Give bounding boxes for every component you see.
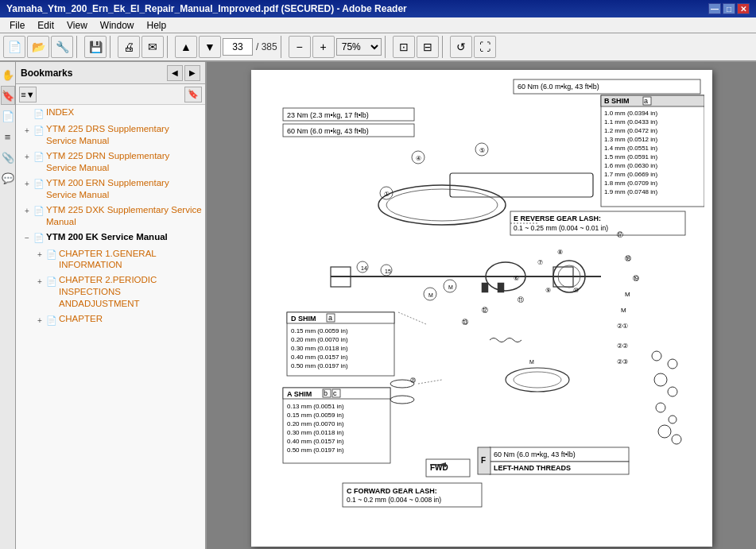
svg-text:c: c <box>333 389 337 397</box>
bookmark-label-ytm225drs: YTM 225 DRS Supplementary Service Manual <box>46 123 205 147</box>
sidebar-prev-button[interactable]: ◀ <box>167 65 183 81</box>
svg-text:1.7 mm (0.0669 in): 1.7 mm (0.0669 in) <box>604 171 657 178</box>
sidebar-toolbar: ≡▼ 🔖 <box>16 84 205 105</box>
bookmark-ytm225drn[interactable]: + 📄 YTM 225 DRN Supplementary Service Ma… <box>16 149 205 176</box>
hand-tool-icon[interactable]: ✋ <box>1 65 15 84</box>
expand-ch1[interactable]: + <box>33 249 46 261</box>
bookmark-index[interactable]: 📄 INDEX <box>16 105 205 122</box>
svg-text:60 Nm (6.0 m•kg, 43 ft•lb): 60 Nm (6.0 m•kg, 43 ft•lb) <box>518 83 599 91</box>
menu-file[interactable]: File <box>3 20 31 31</box>
zoom-out-button[interactable]: − <box>289 36 311 58</box>
bookmark-ytm200ern[interactable]: + 📄 YTM 200 ERN Supplementary Service Ma… <box>16 176 205 203</box>
svg-text:M: M <box>621 307 626 314</box>
svg-point-58 <box>668 359 677 369</box>
sidebar-new-bookmark-button[interactable]: 🔖 <box>184 87 202 102</box>
svg-point-57 <box>652 351 661 361</box>
svg-text:LEFT-HAND THREADS: LEFT-HAND THREADS <box>494 464 571 472</box>
page-total: / 385 <box>256 41 277 52</box>
email-button[interactable]: ✉ <box>142 36 164 58</box>
expand-ytm225drs[interactable]: + <box>21 124 33 137</box>
svg-text:b: b <box>324 389 328 397</box>
expand-ytm225drn[interactable]: + <box>21 151 33 164</box>
svg-text:D  SHIM: D SHIM <box>291 315 316 323</box>
open-button[interactable]: 📂 <box>27 36 49 58</box>
menubar: File Edit View Window Help <box>0 17 756 33</box>
layers-icon[interactable]: ≡ <box>1 127 15 146</box>
zoom-in-button[interactable]: + <box>312 36 335 58</box>
bookmarks-panel-icon[interactable]: 🔖 <box>1 86 15 105</box>
menu-window[interactable]: Window <box>94 20 141 31</box>
svg-text:0.1 ~ 0.2 mm (0.004 ~ 0.008 in: 0.1 ~ 0.2 mm (0.004 ~ 0.008 in) <box>347 496 441 504</box>
title-text: Yamaha_Ytm_200_Ern_Ek_El_Repair_Manual_I… <box>6 3 407 14</box>
svg-text:F: F <box>481 456 486 465</box>
expand-spacer <box>21 107 33 120</box>
page-input[interactable] <box>223 38 253 56</box>
sidebar-title: Bookmarks <box>21 68 72 79</box>
expand-ch3[interactable]: + <box>33 314 46 327</box>
bookmark-label-ch2: CHAPTER 2.PERIODIC INSPECTIONS ANDADJUST… <box>59 274 205 310</box>
bookmark-ytm200ek[interactable]: − 📄 YTM 200 EK Service Manual <box>16 230 205 246</box>
sidebar-header: Bookmarks ◀ ▶ <box>16 62 205 84</box>
svg-text:a: a <box>644 97 648 105</box>
new-button[interactable]: 📄 <box>3 36 25 58</box>
svg-text:⑳: ⑳ <box>410 377 416 383</box>
svg-text:①: ① <box>384 191 390 198</box>
expand-ytm225dxk[interactable]: + <box>21 205 33 218</box>
attachments-icon[interactable]: 📎 <box>1 148 15 167</box>
svg-point-62 <box>669 416 677 423</box>
svg-text:M: M <box>428 292 433 298</box>
svg-text:②②: ②② <box>617 342 628 350</box>
rotate-button[interactable]: ↺ <box>450 36 472 58</box>
sidebar-next-button[interactable]: ▶ <box>184 65 200 81</box>
sidebar-options-button[interactable]: ≡▼ <box>19 87 37 102</box>
minimize-button[interactable]: — <box>708 3 721 14</box>
menu-edit[interactable]: Edit <box>31 20 60 31</box>
svg-text:M: M <box>625 291 630 298</box>
fit-width-button[interactable]: ⊟ <box>417 36 439 58</box>
bookmark-ch2[interactable]: + 📄 CHAPTER 2.PERIODIC INSPECTIONS ANDAD… <box>16 273 205 311</box>
bookmark-label-ch3: CHAPTER <box>59 313 106 325</box>
maximize-button[interactable]: □ <box>723 3 735 14</box>
bookmark-ytm225dxk[interactable]: + 📄 YTM 225 DXK Supplementary Service Ma… <box>16 203 205 230</box>
fullscreen-button[interactable]: ⛶ <box>474 36 496 58</box>
sidebar-content[interactable]: 📄 INDEX + 📄 YTM 225 DRS Supplementary Se… <box>16 105 205 549</box>
svg-text:1.0 mm (0.0394 in): 1.0 mm (0.0394 in) <box>604 110 657 117</box>
next-page-button[interactable]: ▼ <box>199 36 221 58</box>
save-button[interactable]: 💾 <box>84 36 107 58</box>
expand-ch2[interactable]: + <box>33 275 46 288</box>
bookmark-icon-index: 📄 <box>33 108 45 119</box>
close-button[interactable]: ✕ <box>737 3 750 14</box>
svg-text:1.2 mm (0.0472 in): 1.2 mm (0.0472 in) <box>604 127 657 134</box>
comments-icon[interactable]: 💬 <box>1 168 15 188</box>
zoom-select[interactable]: 50% 75% 100% 125% 150% 200% <box>336 38 382 56</box>
svg-point-25 <box>386 189 498 221</box>
prev-page-button[interactable]: ▲ <box>175 36 197 58</box>
svg-rect-48 <box>498 283 504 292</box>
pdf-viewer[interactable]: 60 Nm (6.0 m•kg, 43 ft•lb) B SHIM a 1.0 … <box>207 62 756 549</box>
pages-panel-icon[interactable]: 📄 <box>1 106 15 126</box>
bookmark-ch3[interactable]: + 📄 CHAPTER <box>16 311 205 328</box>
svg-text:⑩: ⑩ <box>573 287 579 294</box>
menu-view[interactable]: View <box>60 20 94 31</box>
svg-text:a: a <box>328 314 332 322</box>
svg-text:0.40 mm (0.0157 in): 0.40 mm (0.0157 in) <box>287 438 344 445</box>
titlebar: Yamaha_Ytm_200_Ern_Ek_El_Repair_Manual_I… <box>0 0 756 17</box>
separator-1 <box>76 36 81 58</box>
expand-ytm200ek[interactable]: − <box>21 232 33 245</box>
svg-rect-47 <box>482 283 488 292</box>
svg-text:0.15 mm (0.0059 in): 0.15 mm (0.0059 in) <box>287 412 344 419</box>
bookmark-ytm225drs[interactable]: + 📄 YTM 225 DRS Supplementary Service Ma… <box>16 122 205 149</box>
menu-help[interactable]: Help <box>141 20 173 31</box>
titlebar-controls[interactable]: — □ ✕ <box>708 3 750 14</box>
expand-ytm200ern[interactable]: + <box>21 178 33 191</box>
bookmark-ch1[interactable]: + 📄 CHAPTER 1.GENERAL INFORMATION <box>16 246 205 273</box>
main-area: ✋ 🔖 📄 ≡ 📎 💬 Bookmarks ◀ ▶ ≡▼ 🔖 📄 INDEX <box>0 62 756 549</box>
svg-text:23 Nm (2.3 m•kg, 17 ft•lb): 23 Nm (2.3 m•kg, 17 ft•lb) <box>287 111 369 119</box>
svg-text:⑧: ⑧ <box>557 249 563 256</box>
svg-text:0.40 mm (0.0157 in): 0.40 mm (0.0157 in) <box>291 354 348 361</box>
fit-page-button[interactable]: ⊡ <box>393 36 415 58</box>
svg-text:⑫: ⑫ <box>482 307 488 314</box>
svg-point-60 <box>668 387 677 396</box>
print-button[interactable]: 🖨 <box>118 36 140 58</box>
properties-button[interactable]: 🔧 <box>51 36 73 58</box>
